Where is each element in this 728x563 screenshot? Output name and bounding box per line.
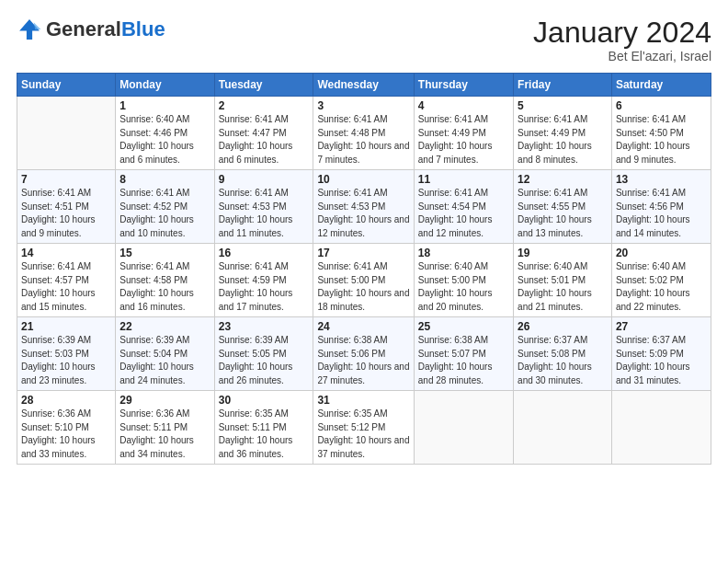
day-number: 6: [616, 99, 707, 112]
table-row: 31Sunrise: 6:35 AMSunset: 5:12 PMDayligh…: [313, 391, 414, 465]
day-info: Sunrise: 6:41 AMSunset: 4:53 PMDaylight:…: [317, 187, 409, 240]
day-info: Sunrise: 6:35 AMSunset: 5:11 PMDaylight:…: [219, 408, 310, 461]
day-number: 17: [317, 247, 409, 259]
col-friday: Friday: [514, 74, 612, 97]
calendar-week-row: 14Sunrise: 6:41 AMSunset: 4:57 PMDayligh…: [17, 244, 711, 317]
calendar-week-row: 1Sunrise: 6:40 AMSunset: 4:46 PMDaylight…: [17, 97, 711, 170]
day-info: Sunrise: 6:39 AMSunset: 5:03 PMDaylight:…: [21, 334, 111, 387]
table-row: 18Sunrise: 6:40 AMSunset: 5:00 PMDayligh…: [414, 244, 513, 317]
table-row: 11Sunrise: 6:41 AMSunset: 4:54 PMDayligh…: [414, 170, 513, 244]
day-number: 11: [418, 173, 509, 186]
day-info: Sunrise: 6:40 AMSunset: 4:46 PMDaylight:…: [119, 113, 210, 167]
table-row: 4Sunrise: 6:41 AMSunset: 4:49 PMDaylight…: [414, 97, 513, 170]
day-info: Sunrise: 6:41 AMSunset: 4:58 PMDaylight:…: [119, 260, 210, 314]
day-info: Sunrise: 6:41 AMSunset: 5:00 PMDaylight:…: [317, 260, 409, 314]
table-row: 28Sunrise: 6:36 AMSunset: 5:10 PMDayligh…: [17, 391, 116, 465]
table-row: 24Sunrise: 6:38 AMSunset: 5:06 PMDayligh…: [313, 317, 414, 391]
day-number: 23: [219, 320, 310, 333]
day-number: 25: [418, 320, 509, 333]
title-block: January 2024 Bet El'azari, Israel: [533, 17, 711, 63]
header: GeneralBlue January 2024 Bet El'azari, I…: [17, 17, 711, 63]
day-info: Sunrise: 6:37 AMSunset: 5:09 PMDaylight:…: [616, 334, 707, 387]
day-info: Sunrise: 6:36 AMSunset: 5:11 PMDaylight:…: [119, 408, 210, 461]
day-info: Sunrise: 6:39 AMSunset: 5:05 PMDaylight:…: [219, 334, 310, 387]
table-row: 2Sunrise: 6:41 AMSunset: 4:47 PMDaylight…: [214, 97, 313, 170]
table-row: 12Sunrise: 6:41 AMSunset: 4:55 PMDayligh…: [514, 170, 612, 244]
day-number: 16: [219, 247, 310, 259]
table-row: 9Sunrise: 6:41 AMSunset: 4:53 PMDaylight…: [214, 170, 313, 244]
table-row: 27Sunrise: 6:37 AMSunset: 5:09 PMDayligh…: [611, 317, 711, 391]
col-tuesday: Tuesday: [214, 74, 313, 97]
day-number: 10: [317, 173, 409, 186]
day-number: 4: [418, 99, 509, 112]
table-row: 13Sunrise: 6:41 AMSunset: 4:56 PMDayligh…: [611, 170, 711, 244]
day-number: 31: [317, 394, 409, 407]
day-info: Sunrise: 6:35 AMSunset: 5:12 PMDaylight:…: [317, 408, 409, 461]
day-number: 8: [119, 173, 210, 186]
table-row: [611, 391, 711, 465]
day-info: Sunrise: 6:38 AMSunset: 5:07 PMDaylight:…: [418, 334, 509, 387]
calendar-header-row: Sunday Monday Tuesday Wednesday Thursday…: [17, 74, 711, 97]
day-info: Sunrise: 6:41 AMSunset: 4:48 PMDaylight:…: [317, 113, 409, 167]
table-row: [514, 391, 612, 465]
table-row: 29Sunrise: 6:36 AMSunset: 5:11 PMDayligh…: [116, 391, 214, 465]
day-number: 13: [616, 173, 707, 186]
day-number: 15: [119, 247, 210, 259]
day-info: Sunrise: 6:41 AMSunset: 4:49 PMDaylight:…: [418, 113, 509, 167]
table-row: [17, 97, 116, 170]
day-number: 18: [418, 247, 509, 259]
col-saturday: Saturday: [611, 74, 711, 97]
day-number: 3: [317, 99, 409, 112]
table-row: 8Sunrise: 6:41 AMSunset: 4:52 PMDaylight…: [116, 170, 214, 244]
day-info: Sunrise: 6:37 AMSunset: 5:08 PMDaylight:…: [518, 334, 608, 387]
day-number: 21: [21, 320, 111, 333]
day-info: Sunrise: 6:41 AMSunset: 4:50 PMDaylight:…: [616, 113, 707, 167]
day-number: 29: [119, 394, 210, 407]
day-info: Sunrise: 6:40 AMSunset: 5:00 PMDaylight:…: [418, 260, 509, 314]
day-info: Sunrise: 6:41 AMSunset: 4:52 PMDaylight:…: [119, 187, 210, 240]
day-number: 2: [219, 99, 310, 112]
table-row: 23Sunrise: 6:39 AMSunset: 5:05 PMDayligh…: [214, 317, 313, 391]
day-info: Sunrise: 6:38 AMSunset: 5:06 PMDaylight:…: [317, 334, 409, 387]
day-number: 30: [219, 394, 310, 407]
day-number: 24: [317, 320, 409, 333]
table-row: 21Sunrise: 6:39 AMSunset: 5:03 PMDayligh…: [17, 317, 116, 391]
calendar-week-row: 21Sunrise: 6:39 AMSunset: 5:03 PMDayligh…: [17, 317, 711, 391]
day-number: 20: [616, 247, 707, 259]
table-row: 16Sunrise: 6:41 AMSunset: 4:59 PMDayligh…: [214, 244, 313, 317]
day-info: Sunrise: 6:36 AMSunset: 5:10 PMDaylight:…: [21, 408, 111, 461]
day-number: 26: [518, 320, 608, 333]
table-row: 10Sunrise: 6:41 AMSunset: 4:53 PMDayligh…: [313, 170, 414, 244]
day-info: Sunrise: 6:41 AMSunset: 4:51 PMDaylight:…: [21, 187, 111, 240]
col-monday: Monday: [116, 74, 214, 97]
day-info: Sunrise: 6:41 AMSunset: 4:53 PMDaylight:…: [219, 187, 310, 240]
calendar-table: Sunday Monday Tuesday Wednesday Thursday…: [17, 73, 711, 465]
day-number: 22: [119, 320, 210, 333]
day-info: Sunrise: 6:41 AMSunset: 4:47 PMDaylight:…: [219, 113, 310, 167]
day-number: 7: [21, 173, 111, 186]
logo-icon: [17, 17, 42, 42]
table-row: 26Sunrise: 6:37 AMSunset: 5:08 PMDayligh…: [514, 317, 612, 391]
day-number: 19: [518, 247, 608, 259]
day-number: 1: [119, 99, 210, 112]
table-row: 7Sunrise: 6:41 AMSunset: 4:51 PMDaylight…: [17, 170, 116, 244]
day-number: 28: [21, 394, 111, 407]
day-info: Sunrise: 6:41 AMSunset: 4:49 PMDaylight:…: [518, 113, 608, 167]
table-row: 20Sunrise: 6:40 AMSunset: 5:02 PMDayligh…: [611, 244, 711, 317]
page: GeneralBlue January 2024 Bet El'azari, I…: [0, 0, 728, 563]
table-row: [414, 391, 513, 465]
table-row: 25Sunrise: 6:38 AMSunset: 5:07 PMDayligh…: [414, 317, 513, 391]
table-row: 22Sunrise: 6:39 AMSunset: 5:04 PMDayligh…: [116, 317, 214, 391]
day-number: 12: [518, 173, 608, 186]
day-info: Sunrise: 6:41 AMSunset: 4:59 PMDaylight:…: [219, 260, 310, 314]
logo: GeneralBlue: [17, 17, 165, 42]
month-title: January 2024: [533, 17, 711, 49]
table-row: 30Sunrise: 6:35 AMSunset: 5:11 PMDayligh…: [214, 391, 313, 465]
day-number: 14: [21, 247, 111, 259]
day-number: 9: [219, 173, 310, 186]
logo-general-text: General: [46, 17, 121, 40]
table-row: 17Sunrise: 6:41 AMSunset: 5:00 PMDayligh…: [313, 244, 414, 317]
calendar-week-row: 28Sunrise: 6:36 AMSunset: 5:10 PMDayligh…: [17, 391, 711, 465]
table-row: 1Sunrise: 6:40 AMSunset: 4:46 PMDaylight…: [116, 97, 214, 170]
day-info: Sunrise: 6:41 AMSunset: 4:54 PMDaylight:…: [418, 187, 509, 240]
